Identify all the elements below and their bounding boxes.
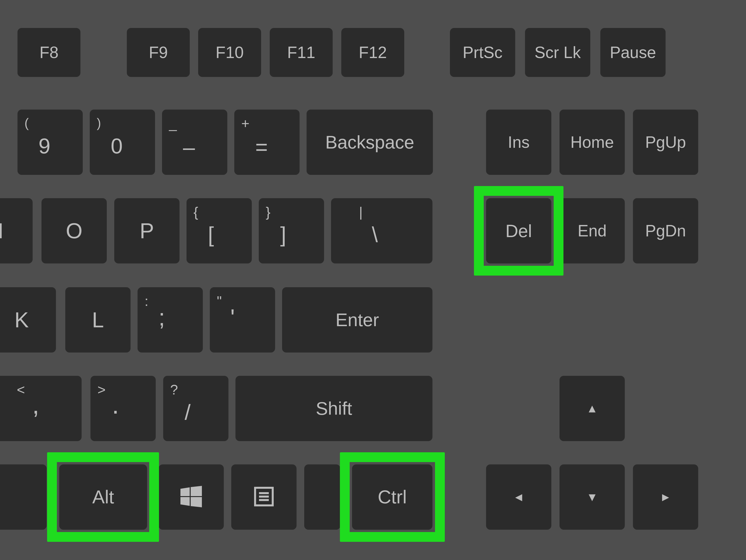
key-alt[interactable]: Alt	[59, 465, 147, 530]
key-home[interactable]: Home	[560, 110, 625, 175]
key-ins[interactable]: Ins	[486, 110, 551, 175]
key-label: Enter	[336, 309, 379, 331]
key-label: P	[140, 219, 154, 243]
key-up-arrow[interactable]: ▲	[560, 376, 625, 441]
svg-marker-1	[191, 486, 202, 496]
key-l[interactable]: L	[65, 287, 131, 353]
arrow-down-icon: ▼	[586, 490, 598, 504]
key-quote[interactable]: " '	[210, 287, 275, 353]
key-pgdn[interactable]: PgDn	[633, 198, 698, 263]
key-f11[interactable]: F11	[270, 28, 333, 77]
key-label: F12	[359, 43, 387, 62]
key-label: PgDn	[645, 222, 686, 240]
key-period[interactable]: > .	[90, 376, 156, 441]
key-label: [	[208, 222, 245, 247]
key-minus[interactable]: _ –	[162, 110, 227, 175]
key-label: Ctrl	[378, 486, 407, 508]
key-pgup[interactable]: PgUp	[633, 110, 698, 175]
key-label: L	[92, 308, 104, 332]
key-sublabel: }	[266, 204, 317, 220]
key-label: 9	[38, 134, 76, 158]
key-rbracket[interactable]: } ]	[259, 198, 324, 263]
key-label: Pause	[610, 43, 656, 62]
key-lbracket[interactable]: { [	[186, 198, 252, 263]
key-label: ]	[280, 222, 317, 247]
key-o[interactable]: O	[41, 198, 107, 263]
key-comma[interactable]: < ,	[0, 376, 82, 441]
key-equals[interactable]: + =	[234, 110, 299, 175]
menu-icon	[254, 487, 274, 507]
key-label: F11	[287, 43, 315, 62]
key-label: PrtSc	[462, 43, 503, 62]
key-sublabel: {	[194, 204, 245, 220]
svg-marker-2	[180, 497, 190, 506]
key-left-arrow[interactable]: ◄	[486, 465, 551, 530]
key-spacer[interactable]	[304, 465, 340, 530]
key-9[interactable]: ( 9	[18, 110, 83, 175]
key-backspace[interactable]: Backspace	[307, 110, 433, 175]
key-sublabel: "	[217, 293, 268, 309]
key-label: Ins	[508, 133, 529, 151]
key-sublabel: ?	[170, 382, 222, 398]
key-label: O	[66, 219, 83, 243]
key-f10[interactable]: F10	[198, 28, 261, 77]
key-f12[interactable]: F12	[341, 28, 404, 77]
key-sublabel: +	[241, 115, 293, 132]
key-label: /	[184, 400, 222, 424]
key-prtsc[interactable]: PrtSc	[450, 28, 515, 77]
windows-icon	[180, 486, 202, 508]
key-f8[interactable]: F8	[18, 28, 80, 77]
key-sublabel: |	[359, 204, 426, 220]
keyboard-diagram: F8 F9 F10 F11 F12 PrtSc Scr Lk Pause ( 9…	[0, 0, 746, 560]
key-k[interactable]: K	[0, 287, 56, 353]
key-p[interactable]: P	[114, 198, 179, 263]
key-label: Shift	[316, 398, 352, 419]
key-ctrl[interactable]: Ctrl	[352, 465, 432, 530]
key-label: F8	[39, 43, 59, 62]
key-end[interactable]: End	[560, 198, 625, 263]
key-label: Home	[570, 133, 614, 151]
key-down-arrow[interactable]: ▼	[560, 465, 625, 530]
key-0[interactable]: ) 0	[90, 110, 155, 175]
key-label: Del	[506, 221, 532, 241]
key-label: K	[15, 308, 56, 332]
key-label: End	[578, 222, 607, 240]
key-windows[interactable]	[159, 465, 224, 530]
key-slash[interactable]: ? /	[163, 376, 228, 441]
key-f9[interactable]: F9	[127, 28, 190, 77]
key-right-arrow[interactable]: ►	[633, 465, 698, 530]
key-label: =	[255, 135, 293, 160]
key-label: PgUp	[645, 133, 686, 151]
key-sublabel: _	[169, 115, 220, 132]
key-label: F9	[149, 43, 168, 62]
key-label: ,	[32, 395, 75, 414]
arrow-up-icon: ▲	[586, 402, 598, 415]
key-label: ;	[159, 309, 196, 326]
key-scrlk[interactable]: Scr Lk	[525, 28, 590, 77]
key-label: 0	[111, 134, 148, 158]
key-i[interactable]: I	[0, 198, 33, 263]
svg-marker-0	[180, 487, 190, 496]
arrow-right-icon: ►	[660, 490, 671, 504]
key-shift[interactable]: Shift	[235, 376, 432, 441]
key-sublabel: (	[25, 115, 76, 130]
key-enter[interactable]: Enter	[282, 287, 432, 353]
arrow-left-icon: ◄	[513, 490, 524, 504]
key-label: Backspace	[325, 132, 414, 153]
key-label: –	[183, 135, 220, 160]
key-bottom-left[interactable]	[0, 465, 47, 530]
key-pause[interactable]: Pause	[600, 28, 666, 77]
key-del[interactable]: Del	[486, 198, 551, 263]
key-label: F10	[216, 43, 244, 62]
key-semicolon[interactable]: : ;	[138, 287, 203, 353]
key-label: .	[112, 395, 149, 414]
key-sublabel: )	[97, 115, 148, 130]
key-label: I	[0, 219, 33, 243]
key-label: \	[372, 222, 426, 247]
key-backslash[interactable]: | \	[331, 198, 432, 263]
key-label: '	[230, 309, 268, 326]
key-menu[interactable]	[231, 465, 296, 530]
svg-marker-3	[191, 497, 202, 507]
key-label: Alt	[92, 486, 114, 508]
key-label: Scr Lk	[535, 43, 581, 62]
